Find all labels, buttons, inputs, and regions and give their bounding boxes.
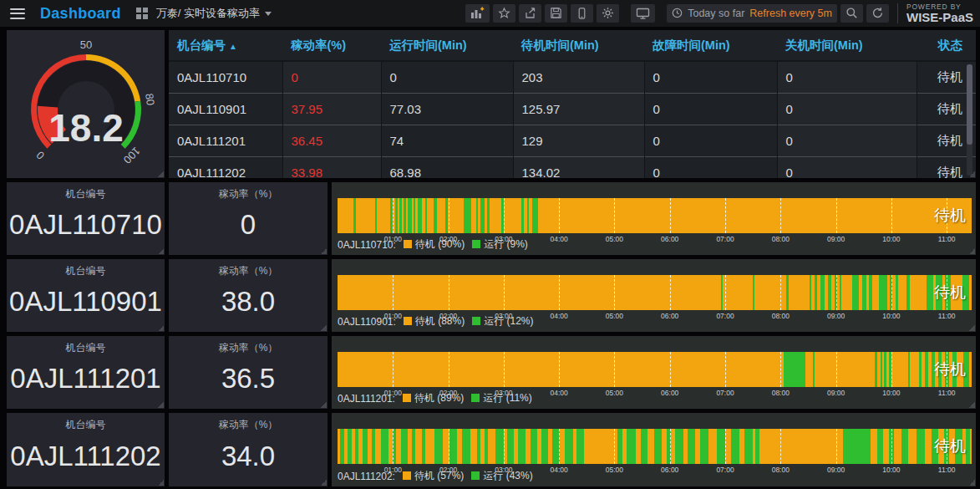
run-segment <box>875 352 877 387</box>
run-segment <box>901 429 908 464</box>
hour-gridline <box>780 275 781 310</box>
gauge-tick-label: 50 <box>79 38 91 51</box>
legend-item[interactable]: 待机 (57%) <box>403 469 464 483</box>
menu-icon[interactable] <box>10 8 25 19</box>
value-cell: 203 <box>513 61 644 94</box>
time-tick-label: 11:00 <box>938 466 956 474</box>
settings-button[interactable] <box>597 4 619 23</box>
value-cell: 0 <box>777 61 917 94</box>
monitor-icon <box>636 7 650 20</box>
panel-resize-handle[interactable] <box>969 325 975 331</box>
legend-item[interactable]: 运行 (43%) <box>471 469 532 483</box>
time-tick-label: 04:00 <box>551 389 568 397</box>
run-segment <box>518 429 526 464</box>
legend-item[interactable]: 待机 (90%) <box>404 237 465 252</box>
hour-gridline <box>504 275 505 310</box>
favorite-button[interactable] <box>493 4 515 23</box>
rate-value: 0 <box>241 201 256 255</box>
panel-resize-handle[interactable] <box>321 248 327 254</box>
dashboard-grid-icon[interactable] <box>136 8 148 19</box>
wise-paas-logo: WISE-PaaS <box>906 11 973 24</box>
column-header[interactable]: 待机时间(Min) <box>513 30 644 61</box>
run-segment <box>576 429 584 464</box>
column-header[interactable]: 关机时间(Min) <box>777 30 917 61</box>
zoom-out-button[interactable] <box>840 4 863 23</box>
share-button[interactable] <box>519 4 541 23</box>
panel-resize-handle[interactable] <box>158 402 164 408</box>
column-header[interactable]: 状态 <box>917 30 976 61</box>
clock-icon <box>672 8 683 18</box>
panel-resize-handle[interactable] <box>158 171 164 177</box>
run-segment <box>565 429 573 464</box>
run-segment <box>527 198 530 233</box>
breadcrumb[interactable]: 万泰/ 实时设备稼动率 <box>156 6 272 21</box>
time-tick-label: 08:00 <box>772 312 790 320</box>
panel-resize-handle[interactable] <box>158 480 164 486</box>
legend-item[interactable]: 运行 (11%) <box>471 391 531 405</box>
timeline-panel-0AJL110710: 待机01:0002:0003:0004:0005:0006:0007:0008:… <box>332 182 976 255</box>
mobile-view-button[interactable] <box>571 4 593 23</box>
refresh-button[interactable] <box>866 4 889 23</box>
panel-resize-handle[interactable] <box>969 171 975 177</box>
time-tick-label: 04:00 <box>551 312 568 320</box>
panel-resize-handle[interactable] <box>969 480 975 486</box>
run-segment <box>521 198 524 233</box>
value-cell: 0 <box>777 94 917 125</box>
hour-gridline <box>836 352 837 387</box>
hour-gridline <box>891 352 892 387</box>
legend-item[interactable]: 运行 (9%) <box>472 237 528 252</box>
legend-item[interactable]: 待机 (89%) <box>403 391 464 405</box>
legend-item[interactable]: 待机 (88%) <box>404 314 465 329</box>
save-button[interactable] <box>545 4 567 23</box>
machine-id-value: 0AJL111202 <box>10 432 160 486</box>
add-panel-button[interactable] <box>465 4 490 23</box>
panel-resize-handle[interactable] <box>158 248 164 254</box>
run-segment <box>744 429 753 464</box>
run-segment <box>445 198 448 233</box>
panel-resize-handle[interactable] <box>969 402 975 408</box>
scrollbar-thumb[interactable] <box>967 64 972 145</box>
hour-gridline <box>559 429 560 464</box>
column-header[interactable]: 机台编号▲ <box>169 30 282 61</box>
card-title[interactable]: 机台编号 <box>66 413 106 432</box>
rate-value: 38.0 <box>221 278 275 332</box>
value-cell: 77.03 <box>381 94 513 125</box>
time-range-picker[interactable]: Today so far Refresh every 5m <box>667 4 837 23</box>
time-tick-label: 09:00 <box>827 389 845 397</box>
panel-resize-handle[interactable] <box>321 480 327 486</box>
panel-resize-handle[interactable] <box>321 325 327 331</box>
card-title[interactable]: 稼动率（%） <box>219 259 278 278</box>
column-header[interactable]: 故障时间(Min) <box>644 30 777 61</box>
time-tick-label: 05:00 <box>606 466 623 474</box>
machine-id-cell: 0AJL111201 <box>169 125 282 157</box>
machine-id-value: 0AJL110901 <box>9 278 162 332</box>
legend-swatch <box>404 317 412 325</box>
card-title[interactable]: 机台编号 <box>66 182 106 201</box>
gauge-panel: 0508010018.2 <box>7 30 165 178</box>
legend-item[interactable]: 运行 (12%) <box>472 314 533 329</box>
search-icon <box>845 7 858 19</box>
table-scrollbar[interactable] <box>967 64 972 176</box>
card-title[interactable]: 机台编号 <box>66 259 106 278</box>
cycle-view-button[interactable] <box>631 4 655 23</box>
card-title[interactable]: 稼动率（%） <box>219 182 278 201</box>
rate-card: 稼动率（%）36.5 <box>169 336 328 409</box>
sort-asc-icon: ▲ <box>229 42 237 51</box>
hour-gridline <box>559 275 560 310</box>
panel-resize-handle[interactable] <box>969 248 975 254</box>
panel-resize-handle[interactable] <box>158 325 164 331</box>
dashboard-logo[interactable]: Dashboard <box>33 5 128 23</box>
timeline-panel-0AJL111202: 待机01:0002:0003:0004:0005:0006:0007:0008:… <box>332 413 976 486</box>
run-segment <box>434 429 443 464</box>
timeline-legend: 0AJL110901:待机 (88%)运行 (12%) <box>338 314 534 329</box>
panel-resize-handle[interactable] <box>321 402 327 408</box>
timeline-legend: 0AJL111201:待机 (89%)运行 (11%) <box>338 391 532 405</box>
gauge-tick-label: 0 <box>33 148 47 161</box>
run-segment <box>753 275 754 310</box>
card-title[interactable]: 机台编号 <box>66 336 106 355</box>
run-segment <box>418 198 422 233</box>
card-title[interactable]: 稼动率（%） <box>219 413 278 432</box>
column-header[interactable]: 运行时间(Min) <box>381 30 513 61</box>
column-header[interactable]: 稼动率(%) <box>282 30 381 61</box>
card-title[interactable]: 稼动率（%） <box>219 336 278 355</box>
